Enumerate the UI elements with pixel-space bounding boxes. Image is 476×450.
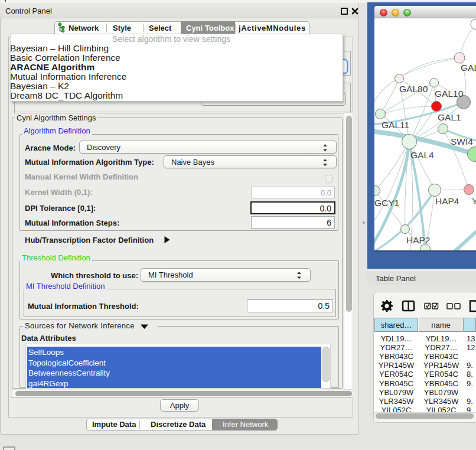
svg-text:Y: Y <box>472 196 476 206</box>
svg-text:GAL10: GAL10 <box>435 89 464 99</box>
svg-text:GAL4: GAL4 <box>410 150 434 160</box>
svg-text:GAL: GAL <box>461 63 476 73</box>
svg-text:SWI4: SWI4 <box>451 136 473 146</box>
svg-text:GAL1: GAL1 <box>438 112 461 122</box>
svg-text:GAL11: GAL11 <box>382 120 409 130</box>
svg-text:HAP2: HAP2 <box>406 235 431 245</box>
svg-text:HAP4: HAP4 <box>435 196 459 206</box>
svg-text:GCY1: GCY1 <box>374 198 399 208</box>
svg-text:GAL80: GAL80 <box>399 84 428 94</box>
